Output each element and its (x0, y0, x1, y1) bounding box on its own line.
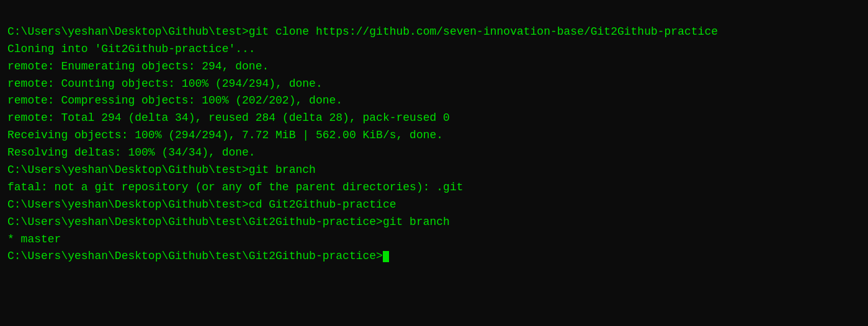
terminal-line: C:\Users\yeshan\Desktop\Github\test\Git2… (7, 214, 861, 231)
terminal-line: * master (7, 231, 861, 249)
terminal-line: Cloning into 'Git2Github-practice'... (7, 41, 861, 58)
terminal-line: Receiving objects: 100% (294/294), 7.72 … (7, 127, 861, 144)
terminal-cursor (383, 251, 389, 262)
terminal-line: remote: Compressing objects: 100% (202/2… (7, 92, 861, 110)
terminal-window[interactable]: C:\Users\yeshan\Desktop\Github\test>git … (0, 0, 868, 326)
terminal-line: remote: Enumerating objects: 294, done. (7, 58, 861, 76)
terminal-line: C:\Users\yeshan\Desktop\Github\test>git … (7, 24, 861, 41)
terminal-line: C:\Users\yeshan\Desktop\Github\test>git … (7, 162, 861, 179)
terminal-line: fatal: not a git repository (or any of t… (7, 179, 861, 196)
terminal-line: remote: Counting objects: 100% (294/294)… (7, 76, 861, 93)
terminal-line: C:\Users\yeshan\Desktop\Github\test>cd G… (7, 196, 861, 214)
terminal-line: remote: Total 294 (delta 34), reused 284… (7, 110, 861, 127)
terminal-line: C:\Users\yeshan\Desktop\Github\test\Git2… (7, 248, 861, 265)
terminal-line: Resolving deltas: 100% (34/34), done. (7, 144, 861, 162)
